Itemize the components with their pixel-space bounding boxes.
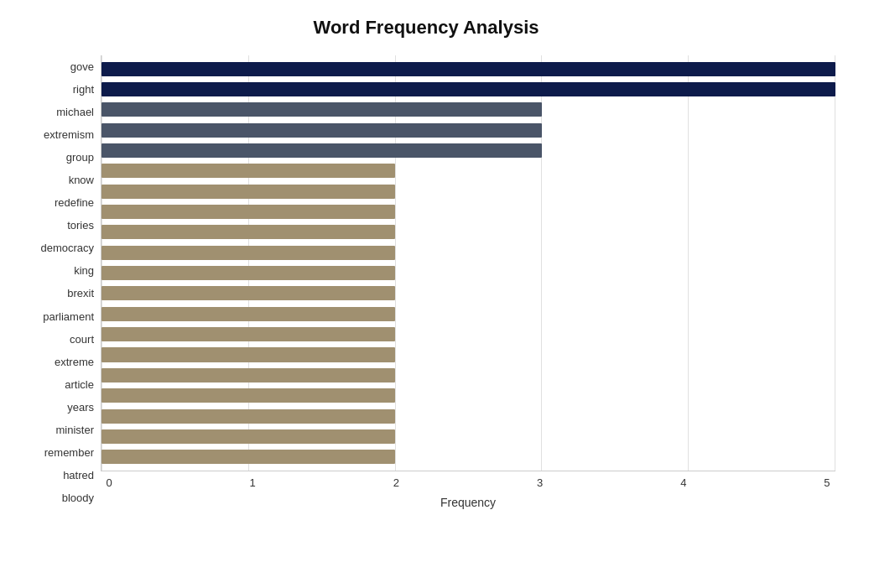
chart-container: Word Frequency Analysis goverightmichael…: [0, 0, 869, 588]
bar: [101, 286, 395, 300]
bars-area: [101, 55, 835, 471]
bar: [101, 307, 395, 321]
y-axis-label: parliament: [17, 311, 94, 322]
chart-title: Word Frequency Analysis: [17, 17, 835, 39]
bar: [101, 62, 835, 76]
y-axis-label: article: [17, 379, 94, 390]
x-axis-label: Frequency: [101, 496, 835, 509]
x-axis-tick: 0: [101, 476, 117, 489]
bar-row: [101, 284, 835, 304]
bar-row: [101, 201, 835, 221]
bar: [101, 143, 542, 158]
y-axis-label: michael: [17, 107, 94, 117]
bar: [101, 102, 542, 117]
bar-row: [101, 140, 835, 160]
bar: [101, 368, 395, 382]
bar: [101, 205, 395, 219]
bar-row: [101, 181, 835, 201]
y-axis-label: right: [17, 84, 94, 95]
bar: [101, 185, 395, 199]
y-axis-label: king: [17, 265, 94, 276]
bar-row: [101, 59, 835, 79]
y-axis-label: redefine: [17, 197, 94, 208]
y-axis-label: bloody: [17, 492, 94, 503]
bar-row: [101, 365, 835, 385]
bar-row: [101, 304, 835, 324]
bar-row: [101, 120, 835, 140]
bar: [101, 409, 395, 424]
bar: [101, 388, 395, 403]
bar: [101, 327, 395, 341]
x-axis-tick: 4: [675, 476, 692, 489]
bar-row: [101, 100, 835, 120]
bar-row: [101, 426, 835, 446]
x-axis-tick: 3: [532, 476, 549, 489]
bar: [101, 266, 395, 280]
y-axis: goverightmichaelextremismgroupknowredefi…: [17, 55, 101, 509]
y-axis-label: democracy: [17, 242, 94, 253]
y-axis-label: group: [17, 152, 94, 163]
x-axis-tick: 5: [819, 476, 835, 489]
bar-row: [101, 222, 835, 242]
bar: [101, 246, 395, 260]
chart-area: goverightmichaelextremismgroupknowredefi…: [17, 55, 835, 509]
bar: [101, 164, 395, 178]
y-axis-label: years: [17, 402, 94, 413]
bar: [101, 450, 395, 464]
y-axis-label: brexit: [17, 288, 94, 299]
y-axis-label: minister: [17, 424, 94, 435]
bar-row: [101, 447, 835, 467]
bar-row: [101, 242, 835, 263]
bar: [101, 347, 395, 362]
y-axis-label: gove: [17, 61, 94, 72]
bar: [101, 225, 395, 239]
y-axis-label: extremism: [17, 129, 94, 140]
bar-row: [101, 263, 835, 283]
y-axis-label: hatred: [17, 470, 94, 481]
y-axis-label: extreme: [17, 356, 94, 367]
y-axis-label: court: [17, 334, 94, 345]
x-axis: 012345: [101, 471, 835, 489]
bars-wrapper: [101, 55, 835, 471]
bar-row: [101, 406, 835, 426]
y-axis-label: tories: [17, 220, 94, 231]
x-axis-tick: 1: [244, 476, 261, 489]
y-axis-label: remember: [17, 447, 94, 458]
bar-row: [101, 161, 835, 181]
x-axis-tick: 2: [388, 476, 404, 489]
bar-row: [101, 324, 835, 344]
y-axis-label: know: [17, 174, 94, 185]
bar: [101, 429, 395, 444]
bar-row: [101, 79, 835, 99]
bar-row: [101, 345, 835, 365]
bars-and-xaxis: 012345 Frequency: [101, 55, 835, 509]
bar: [101, 82, 835, 96]
bar-row: [101, 386, 835, 406]
bar: [101, 123, 542, 138]
